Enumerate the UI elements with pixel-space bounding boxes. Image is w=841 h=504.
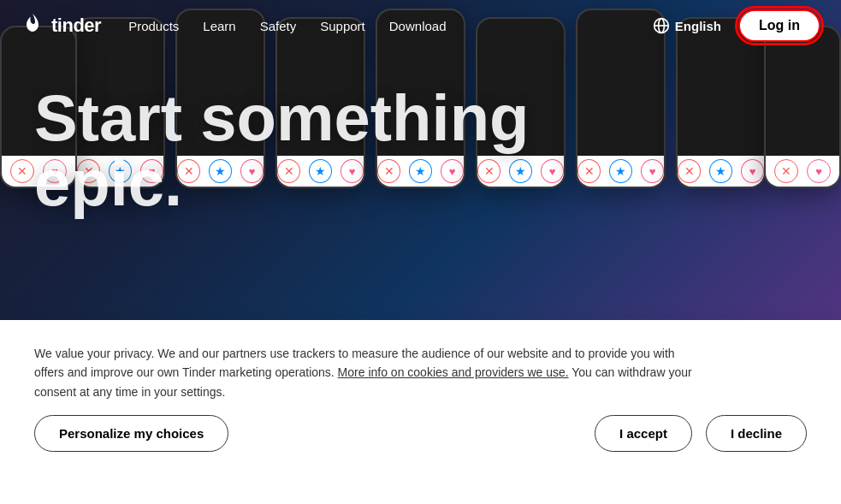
like-btn: ♥ bbox=[240, 159, 264, 183]
main-nav: Products Learn Safety Support Download bbox=[128, 19, 653, 33]
superlike-btn: ★ bbox=[709, 159, 732, 183]
nav-support[interactable]: Support bbox=[320, 19, 365, 33]
logo-text: tinder bbox=[51, 15, 101, 37]
dislike-btn: ✕ bbox=[678, 159, 701, 183]
nav-download[interactable]: Download bbox=[389, 19, 447, 33]
dislike-btn: ✕ bbox=[377, 159, 400, 183]
cookie-banner: We value your privacy. We and our partne… bbox=[0, 320, 841, 504]
like-btn: ♥ bbox=[341, 159, 364, 183]
cookie-link[interactable]: More info on cookies and providers we us… bbox=[338, 365, 569, 379]
personalize-button[interactable]: Personalize my choices bbox=[34, 415, 228, 452]
login-button[interactable]: Log in bbox=[738, 9, 820, 42]
superlike-btn: ★ bbox=[209, 159, 232, 183]
like-btn: ♥ bbox=[741, 159, 764, 183]
logo-area: tinder bbox=[21, 14, 101, 38]
decline-button[interactable]: I decline bbox=[706, 415, 807, 452]
like-btn: ♥ bbox=[641, 159, 664, 183]
nav-products[interactable]: Products bbox=[128, 19, 179, 33]
cookie-buttons: Personalize my choices I accept I declin… bbox=[34, 415, 807, 452]
superlike-btn: ★ bbox=[309, 159, 332, 183]
dislike-btn: ✕ bbox=[77, 159, 100, 183]
nav-safety[interactable]: Safety bbox=[260, 19, 297, 33]
superlike-btn: ★ bbox=[609, 159, 632, 183]
tinder-logo-icon bbox=[21, 14, 44, 38]
like-btn: ♥ bbox=[541, 159, 564, 183]
like-btn: ♥ bbox=[441, 159, 464, 183]
superlike-btn: ★ bbox=[109, 159, 132, 183]
like-btn: ♥ bbox=[43, 159, 67, 183]
dislike-btn: ✕ bbox=[277, 159, 300, 183]
dislike-btn: ✕ bbox=[577, 159, 601, 183]
superlike-btn: ★ bbox=[409, 159, 432, 183]
header: tinder Products Learn Safety Support Dow… bbox=[0, 0, 841, 51]
dislike-btn: ✕ bbox=[10, 159, 34, 183]
superlike-btn: ★ bbox=[509, 159, 532, 183]
cookie-accept-decline: I accept I decline bbox=[595, 415, 807, 452]
dislike-btn: ✕ bbox=[177, 159, 200, 183]
like-btn: ♥ bbox=[807, 159, 831, 183]
language-label: English bbox=[675, 19, 721, 33]
globe-icon bbox=[653, 17, 670, 34]
accept-button[interactable]: I accept bbox=[595, 415, 692, 452]
like-btn: ♥ bbox=[140, 159, 163, 183]
language-selector[interactable]: English bbox=[653, 17, 721, 34]
dislike-btn: ✕ bbox=[477, 159, 500, 183]
dislike-btn: ✕ bbox=[774, 159, 798, 183]
cookie-text: We value your privacy. We and our partne… bbox=[34, 344, 702, 401]
header-right: English Log in bbox=[653, 9, 820, 42]
nav-learn[interactable]: Learn bbox=[203, 19, 235, 33]
